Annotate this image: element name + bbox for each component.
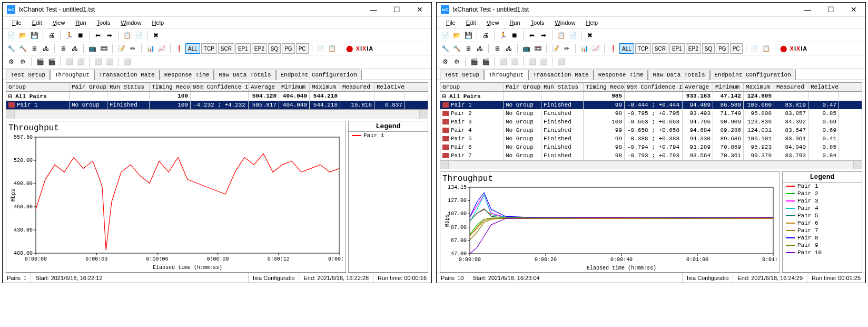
filter-sq[interactable]: SQ	[702, 43, 715, 54]
filter-pg[interactable]: PG	[282, 43, 294, 54]
all-pairs-row[interactable]: ⊟ All Pairs 100504.128 404.040544.218	[6, 92, 428, 101]
menu-view[interactable]: View	[481, 18, 505, 27]
toolbar-button[interactable]: 📝	[550, 43, 560, 54]
toolbar-button[interactable]: 📼	[98, 43, 109, 54]
legend-item[interactable]: Pair 1	[783, 182, 862, 190]
toolbar-button[interactable]: 🖧	[70, 43, 80, 54]
stop-icon[interactable]: ⬤	[344, 43, 355, 54]
toolbar-button[interactable]: 📈	[590, 43, 601, 54]
toolbar-button[interactable]: 🖨	[480, 30, 491, 41]
menu-file[interactable]: File	[441, 18, 461, 27]
toolbar-button[interactable]: 🎬	[480, 56, 491, 67]
toolbar-button[interactable]: 🔨	[17, 43, 28, 54]
toolbar-button[interactable]: 🖥	[58, 43, 68, 54]
menu-run[interactable]: Run	[504, 18, 525, 27]
filter-ep1[interactable]: EP1	[669, 43, 685, 54]
toolbar-button[interactable]: 🖨	[46, 30, 57, 41]
legend-item[interactable]: Pair 4	[783, 205, 862, 212]
table-row[interactable]: Pair 1 No GroupFinished100 -4.232 ; +4.2…	[6, 101, 428, 109]
toolbar-button[interactable]: ⬜	[527, 56, 537, 67]
toolbar-button[interactable]: ⬜	[538, 56, 549, 67]
menu-edit[interactable]: Edit	[461, 18, 481, 27]
legend-item[interactable]: Pair 8	[783, 234, 862, 242]
toolbar-button[interactable]: ⚙	[6, 56, 16, 67]
table-row[interactable]: Pair 7 No GroupFinished98 -0.793 ; +0.79…	[440, 151, 862, 160]
menu-tools[interactable]: Tools	[92, 18, 116, 27]
tab-test-setup[interactable]: Test Setup	[6, 70, 50, 80]
toolbar-button[interactable]: 🖧	[41, 43, 51, 54]
filter-all[interactable]: ALL	[185, 43, 200, 54]
toolbar-button[interactable]: 🏃	[64, 30, 74, 41]
toolbar-button[interactable]: ⬜	[556, 56, 566, 67]
toolbar-button[interactable]: 📄	[567, 30, 578, 41]
maximize-button[interactable]: ☐	[823, 4, 838, 15]
filter-ep1[interactable]: EP1	[235, 43, 251, 54]
legend-item[interactable]: Pair 6	[783, 219, 862, 227]
menu-window[interactable]: Window	[115, 18, 146, 27]
toolbar-button[interactable]: 📄	[749, 43, 760, 54]
toolbar-button[interactable]: ⬅	[93, 30, 103, 41]
toolbar-button[interactable]: 📄	[440, 30, 450, 41]
menu-window[interactable]: Window	[549, 18, 580, 27]
close-button[interactable]: ✕	[412, 4, 427, 15]
table-row[interactable]: Pair 2 No GroupFinished98 -0.795 ; +0.79…	[440, 109, 862, 118]
tab-response-time[interactable]: Response Time	[160, 70, 214, 80]
toolbar-button[interactable]: ❗	[608, 43, 618, 54]
tab-transaction-rate[interactable]: Transaction Rate	[528, 70, 594, 80]
toolbar-button[interactable]: 🏃	[498, 30, 508, 41]
legend-item[interactable]: Pair 2	[783, 190, 862, 197]
toolbar-button[interactable]: 🔧	[440, 43, 450, 54]
toolbar-button[interactable]: 📋	[761, 43, 772, 54]
toolbar-button[interactable]: 💾	[463, 30, 474, 41]
toolbar-button[interactable]: 🖧	[504, 43, 514, 54]
toolbar-button[interactable]: 📂	[17, 30, 28, 41]
results-grid[interactable]: GroupPair Group NameRun Status Timing Re…	[6, 82, 428, 110]
toolbar-button[interactable]: 📈	[156, 43, 167, 54]
legend-item[interactable]: Pair 10	[783, 249, 862, 256]
toolbar-button[interactable]: 📺	[521, 43, 531, 54]
tab-response-time[interactable]: Response Time	[594, 70, 648, 80]
menu-run[interactable]: Run	[70, 18, 91, 27]
toolbar-button[interactable]: ⚙	[17, 56, 28, 67]
table-row[interactable]: Pair 1 No GroupFinished99 -0.444 ; +0.44…	[440, 101, 862, 109]
menu-edit[interactable]: Edit	[27, 18, 47, 27]
toolbar-button[interactable]: ⬜	[93, 56, 103, 67]
toolbar-button[interactable]: 📋	[556, 30, 566, 41]
tab-endpoint-configuration[interactable]: Endpoint Configuration	[710, 70, 796, 80]
toolbar-button[interactable]: 💾	[29, 30, 40, 41]
tab-raw-data-totals[interactable]: Raw Data Totals	[648, 70, 709, 80]
menu-file[interactable]: File	[7, 18, 27, 27]
toolbar-button[interactable]: ⬜	[498, 56, 508, 67]
table-row[interactable]: Pair 4 No GroupFinished99 -0.658 ; +0.65…	[440, 126, 862, 134]
tab-endpoint-configuration[interactable]: Endpoint Configuration	[276, 70, 362, 80]
table-row[interactable]: Pair 6 No GroupFinished98 -0.794 ; +0.79…	[440, 143, 862, 151]
toolbar-button[interactable]: 📋	[122, 30, 132, 41]
toolbar-button[interactable]: 📄	[6, 30, 16, 41]
toolbar-button[interactable]: 📝	[116, 43, 126, 54]
legend-item[interactable]: Pair 3	[783, 197, 862, 205]
toolbar-button[interactable]: ⬅	[527, 30, 537, 41]
filter-pc[interactable]: PC	[296, 43, 309, 54]
legend-item[interactable]: Pair 9	[783, 242, 862, 249]
toolbar-button[interactable]: 🎬	[46, 56, 57, 67]
toolbar-button[interactable]: ❗	[174, 43, 184, 54]
tab-throughput[interactable]: Throughput	[50, 70, 94, 80]
filter-scr[interactable]: SCR	[652, 43, 668, 54]
toolbar-button[interactable]: ✏	[561, 43, 572, 54]
toolbar-button[interactable]: 🔨	[451, 43, 462, 54]
filter-tcp[interactable]: TCP	[201, 43, 217, 54]
toolbar-button[interactable]: 🖥	[463, 43, 474, 54]
legend-item[interactable]: Pair 1	[349, 132, 428, 139]
h-scrollbar[interactable]	[440, 160, 862, 169]
toolbar-button[interactable]: ⚙	[440, 56, 450, 67]
tab-transaction-rate[interactable]: Transaction Rate	[94, 70, 160, 80]
filter-tcp[interactable]: TCP	[635, 43, 651, 54]
minimize-button[interactable]: —	[366, 4, 381, 15]
toolbar-button[interactable]: 🎬	[35, 56, 45, 67]
filter-pc[interactable]: PC	[730, 43, 743, 54]
toolbar-button[interactable]: ✖	[585, 30, 595, 41]
toolbar-button[interactable]: 🖥	[492, 43, 502, 54]
toolbar-button[interactable]: ⬜	[64, 56, 74, 67]
toolbar-button[interactable]: 📋	[327, 43, 338, 54]
toolbar-button[interactable]: 📄	[133, 30, 144, 41]
